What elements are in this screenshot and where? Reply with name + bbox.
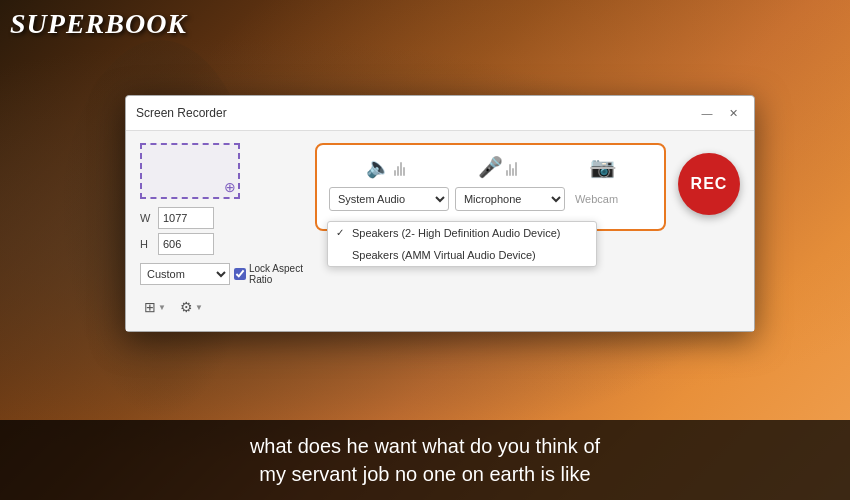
width-label: W: [140, 212, 154, 224]
mic-group: 🎤: [478, 155, 517, 179]
height-row: H: [140, 233, 303, 255]
capture-mode-button[interactable]: ⊞ ▼: [140, 297, 170, 317]
dialog-body: ⊕ W H Custom Lock AspectRatio: [126, 131, 754, 331]
mbar1: [506, 170, 508, 176]
rec-label: REC: [691, 175, 728, 193]
lock-ratio-text: Lock AspectRatio: [249, 263, 303, 285]
settings-icon: ⚙: [180, 299, 193, 315]
bar4: [403, 167, 405, 176]
subtitle-text: what does he want what do you think of m…: [20, 432, 830, 488]
av-panel: 🔈 🎤: [315, 143, 666, 231]
settings-button[interactable]: ⚙ ▼: [176, 297, 207, 317]
capture-mode-icon: ⊞: [144, 299, 156, 315]
capture-preview: ⊕: [140, 143, 240, 199]
mic-bars: [506, 158, 517, 176]
subtitle-line2: my servant job no one on earth is like: [259, 463, 590, 485]
height-label: H: [140, 238, 154, 250]
microphone-icon: 🎤: [478, 155, 503, 179]
lock-ratio-checkbox[interactable]: [234, 268, 246, 280]
bottom-icons: ⊞ ▼ ⚙ ▼: [140, 297, 303, 317]
width-input[interactable]: [158, 207, 214, 229]
dropdown-item-1[interactable]: Speakers (AMM Virtual Audio Device): [328, 244, 596, 266]
av-controls-row: System Audio Microphone Webcam: [329, 187, 652, 211]
logo-area: SUPERBOOK: [10, 8, 187, 40]
capture-mode-arrow: ▼: [158, 303, 166, 312]
bar2: [397, 166, 399, 176]
preset-select[interactable]: Custom: [140, 263, 230, 285]
settings-arrow: ▼: [195, 303, 203, 312]
speaker-group: 🔈: [366, 155, 405, 179]
system-audio-select[interactable]: System Audio: [329, 187, 449, 211]
speaker-icon: 🔈: [366, 155, 391, 179]
dimensions-row: W H: [140, 207, 303, 255]
dialog-titlebar: Screen Recorder — ✕: [126, 96, 754, 131]
bar1: [394, 170, 396, 176]
titlebar-buttons: — ✕: [696, 102, 744, 124]
width-row: W: [140, 207, 303, 229]
audio-dropdown-list: Speakers (2- High Definition Audio Devic…: [327, 221, 597, 267]
height-input[interactable]: [158, 233, 214, 255]
speaker-bars: [394, 158, 405, 176]
crosshair-icon: ⊕: [224, 179, 236, 195]
dropdown-item-0[interactable]: Speakers (2- High Definition Audio Devic…: [328, 222, 596, 244]
mbar3: [512, 168, 514, 176]
mbar4: [515, 162, 517, 176]
webcam-label: Webcam: [571, 187, 622, 211]
microphone-select[interactable]: Microphone: [455, 187, 565, 211]
preset-row: Custom Lock AspectRatio: [140, 263, 303, 285]
minimize-button[interactable]: —: [696, 102, 718, 124]
webcam-group: 📷: [590, 155, 615, 179]
webcam-icon: 📷: [590, 155, 615, 179]
screen-recorder-dialog: Screen Recorder — ✕ ⊕ W H: [125, 95, 755, 332]
lock-ratio-label: Lock AspectRatio: [234, 263, 303, 285]
close-button[interactable]: ✕: [722, 102, 744, 124]
mbar2: [509, 164, 511, 176]
av-icons-row: 🔈 🎤: [329, 155, 652, 179]
rec-button[interactable]: REC: [678, 153, 740, 215]
subtitle-line1: what does he want what do you think of: [250, 435, 600, 457]
dialog-title: Screen Recorder: [136, 106, 227, 120]
subtitle-bar: what does he want what do you think of m…: [0, 420, 850, 500]
capture-panel: ⊕ W H Custom Lock AspectRatio: [140, 143, 303, 317]
bar3: [400, 162, 402, 176]
app-logo: SUPERBOOK: [10, 8, 187, 39]
